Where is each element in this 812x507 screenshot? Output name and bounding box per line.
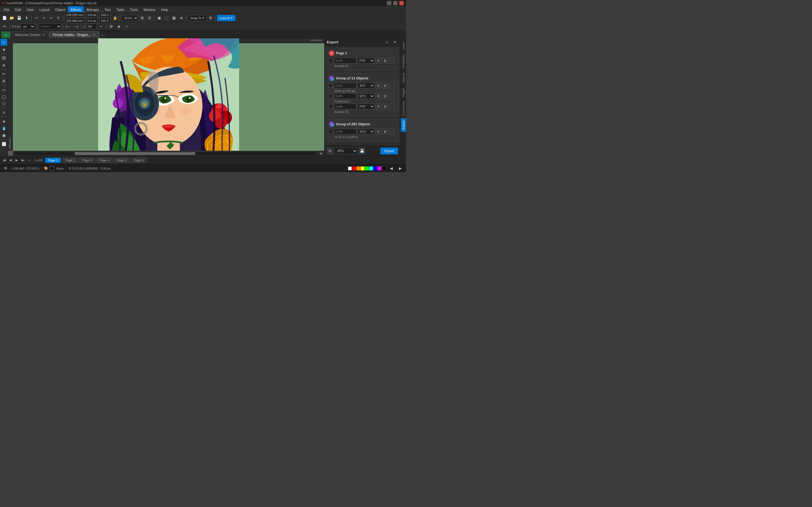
swatch-yellow[interactable] <box>361 166 364 170</box>
snap-settings-btn[interactable]: ⚙ <box>207 15 214 21</box>
eyedropper-tool[interactable]: 💧 <box>1 125 7 131</box>
menu-view[interactable]: View <box>24 6 37 13</box>
menu-tools[interactable]: Tools <box>127 6 141 13</box>
export-expand-button[interactable]: » <box>384 39 390 46</box>
vtab-comments[interactable]: Comments <box>401 99 406 118</box>
vtab-export[interactable]: Export <box>401 118 406 132</box>
save-button[interactable]: 💾 <box>16 15 22 21</box>
add-node-btn[interactable]: + <box>123 23 130 30</box>
prev-page-button[interactable]: ◀ <box>8 158 13 163</box>
first-page-button[interactable]: |◀ <box>2 158 7 163</box>
group281-svg-delete-icon[interactable]: 🗑 <box>382 129 388 134</box>
group11-jpg-settings-icon[interactable]: ⚙ <box>375 83 381 89</box>
scrollbar-track[interactable] <box>14 152 316 155</box>
group11-eps-format-select[interactable]: EPS JPG PDF PNG SVG <box>357 93 374 99</box>
group281-svg-checkbox[interactable] <box>329 129 333 133</box>
fill-tool[interactable]: ◈ <box>1 118 7 124</box>
page-5-tab[interactable]: Page 5 <box>114 158 130 163</box>
menu-window[interactable]: Window <box>141 6 158 13</box>
coord-x-input[interactable] <box>65 12 85 18</box>
group11-jpg-delete-icon[interactable]: 🗑 <box>382 83 388 89</box>
group281-svg-suffix-input[interactable] <box>334 129 356 134</box>
line-end-btn2[interactable]: →| <box>72 23 79 30</box>
group11-eps-settings-icon[interactable]: ⚙ <box>375 93 381 99</box>
page-4-tab[interactable]: Page 4 <box>96 158 112 163</box>
new-button[interactable]: 📄 <box>1 15 8 21</box>
add-page-button[interactable]: + <box>27 158 32 163</box>
node-edit-btn[interactable]: ◈ <box>116 23 122 30</box>
page-6-tab[interactable]: Page 6 <box>131 158 147 163</box>
menu-help[interactable]: Help <box>158 6 171 13</box>
line-end-btn1[interactable]: |← <box>65 23 71 30</box>
canvas-background[interactable] <box>13 43 324 151</box>
node-tool[interactable]: ◈ <box>1 46 7 53</box>
close-main-tab-icon[interactable]: ✕ <box>93 33 96 37</box>
page1-more-icon[interactable]: ⋯ <box>389 58 395 63</box>
view-mode-btn[interactable]: ▣ <box>156 15 163 21</box>
nib-inc-btn[interactable]: + <box>98 23 104 30</box>
smart-fill-tool[interactable]: ⬜ <box>1 140 7 147</box>
swatch-black[interactable] <box>382 166 386 170</box>
play-button[interactable]: ▶ <box>14 158 19 163</box>
group11-pdf-more-icon[interactable]: ⋯ <box>389 104 395 109</box>
add-tab-button[interactable]: + <box>100 33 105 38</box>
text-tool[interactable]: A <box>1 109 7 116</box>
group281-svg-settings-icon[interactable]: ⚙ <box>375 129 381 134</box>
smart-draw-tool[interactable]: ⊞ <box>1 77 7 84</box>
group281-svg-more-icon[interactable]: ⋯ <box>389 129 395 134</box>
scale-w-input[interactable] <box>99 12 110 18</box>
stroke-unit-dropdown[interactable]: px mm <box>21 23 35 30</box>
swatch-red[interactable] <box>352 166 356 170</box>
export-footer-save-icon[interactable]: 💾 <box>359 148 365 154</box>
export-footer-icon1[interactable]: ⊞ <box>327 148 333 154</box>
swatch-cyan[interactable] <box>369 166 373 170</box>
menu-edit[interactable]: Edit <box>12 6 24 13</box>
menu-table[interactable]: Table <box>113 6 127 13</box>
snap-to-button[interactable]: Snap To ▾ <box>188 15 207 21</box>
close-welcome-tab-icon[interactable]: ✕ <box>42 33 45 37</box>
ellipse-tool[interactable]: ◯ <box>1 93 7 100</box>
swatch-orange[interactable] <box>356 166 360 170</box>
swatch-white[interactable] <box>348 166 352 170</box>
swatch-scroll-left[interactable]: ◀ <box>388 165 395 172</box>
group11-jpg-more-icon[interactable]: ⋯ <box>389 83 395 89</box>
swatch-green[interactable] <box>365 166 369 170</box>
page1-settings-icon[interactable]: ⚙ <box>375 58 381 63</box>
view-mode3-btn[interactable]: ▦ <box>170 15 177 21</box>
export-footer-format[interactable]: JPG PDF PNG EPS SVG <box>335 148 357 154</box>
canvas-area[interactable]: // This will be rendered via inline SVG … <box>8 38 324 156</box>
dim-w-input[interactable] <box>86 12 98 18</box>
open-button[interactable]: 📂 <box>8 15 15 21</box>
tab-firman-hatibu[interactable]: Firman Hatibu - Dragon... ✕ <box>49 31 99 38</box>
group11-jpg-format-select[interactable]: JPG PDF PNG EPS SVG <box>357 83 374 89</box>
lock-proportions[interactable]: 🔒 <box>112 15 118 21</box>
pointer-tool[interactable]: ↖ <box>1 39 7 46</box>
zoom-fit-btn[interactable]: ⊕ <box>317 150 324 156</box>
group11-jpg-suffix-input[interactable] <box>334 83 356 89</box>
group11-pdf-settings-icon[interactable]: ⚙ <box>375 104 381 109</box>
page1-format-select[interactable]: PDF JPG PNG EPS SVG <box>357 58 374 63</box>
export-button[interactable]: Export <box>380 148 398 154</box>
group11-pdf-suffix-input[interactable] <box>334 104 356 109</box>
group11-eps-more-icon[interactable]: ⋯ <box>389 93 395 99</box>
group11-eps-suffix-input[interactable] <box>334 93 356 99</box>
group11-pdf-format-select[interactable]: PDF JPG PNG EPS SVG <box>357 104 374 109</box>
undo-button[interactable]: ↩ <box>33 15 40 21</box>
zoom-dropdown[interactable]: 151% 100% 75% 50% <box>121 15 138 21</box>
vtab-pages[interactable]: Pages <box>401 86 406 99</box>
horizontal-scrollbar[interactable]: ⊕ <box>13 151 324 156</box>
page-1-tab[interactable]: Page 1 <box>45 158 61 163</box>
page-2-tab[interactable]: Page 2 <box>62 158 78 163</box>
page1-delete-icon[interactable]: 🗑 <box>382 58 388 63</box>
export-close-button[interactable]: ✕ <box>391 39 398 46</box>
interactive-fill-tool[interactable]: ▣ <box>1 132 7 138</box>
cut-button[interactable]: ✂ <box>48 15 54 21</box>
group11-jpg-checkbox[interactable] <box>329 83 333 88</box>
menu-layout[interactable]: Layout <box>37 6 52 13</box>
line-style-dropdown[interactable]: ──── - - - <box>39 23 61 30</box>
group11-eps-delete-icon[interactable]: 🗑 <box>382 93 388 99</box>
group11-eps-checkbox[interactable] <box>329 94 333 98</box>
launch-button[interactable]: Launch ▾ <box>217 15 236 21</box>
page-3-tab[interactable]: Page 3 <box>79 158 95 163</box>
page1-suffix-input[interactable] <box>334 58 356 63</box>
